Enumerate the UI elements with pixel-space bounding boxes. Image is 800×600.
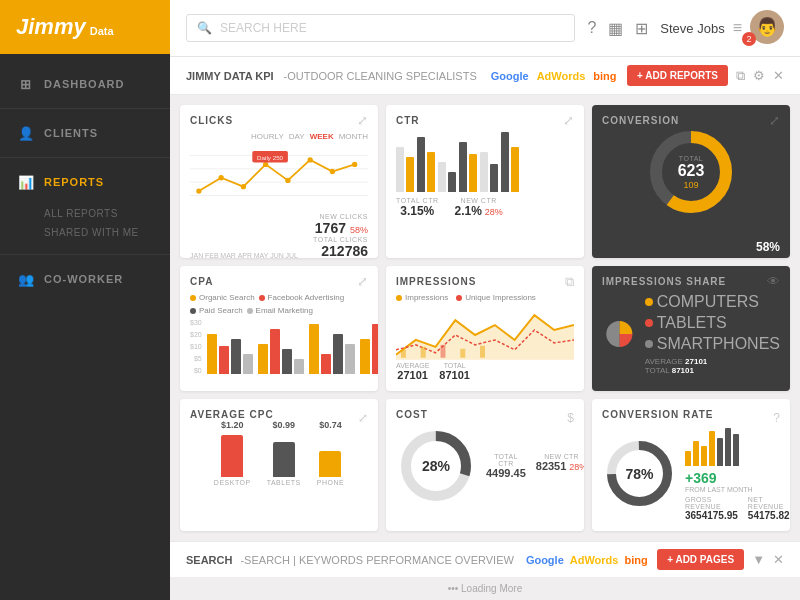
add-pages-button[interactable]: + ADD PAGES xyxy=(657,549,744,570)
sidebar: Jimmy Data ⊞ DASHBOARD 👤 CLIENTS 📊 REPOR… xyxy=(0,0,170,600)
imp-legend-1: Impressions xyxy=(396,293,448,302)
legend-dot-facebook xyxy=(259,295,265,301)
google-brand: Google xyxy=(491,70,529,82)
bottom-bar: SEARCH -SEARCH | KEYWORDS PERFORMANCE OV… xyxy=(170,541,800,577)
x-jun: JUN xyxy=(270,252,284,258)
conversion-icon[interactable]: ⤢ xyxy=(769,113,780,128)
imp-expand-icon[interactable]: ⧉ xyxy=(565,274,574,290)
legend-computers: COMPUTERS xyxy=(645,293,780,311)
close-kpi-icon[interactable]: ✕ xyxy=(773,68,784,83)
cost-new-label: NEW CTR xyxy=(536,453,584,460)
table-icon[interactable]: ▦ xyxy=(608,19,623,38)
clicks-x-labels: JAN FEB MAR APR MAY JUN JUL xyxy=(190,252,298,258)
svg-rect-20 xyxy=(460,349,465,358)
ctr-stats: TOTAL CTR 3.15% NEW CTR 2.1% 28% xyxy=(396,197,574,218)
pie-dot-tablets xyxy=(645,319,653,327)
ctr-bar-2a xyxy=(417,137,425,192)
grid-icon[interactable]: ⊞ xyxy=(635,19,648,38)
sub-item-all-reports[interactable]: ALL REPORTS xyxy=(44,204,170,223)
new-ctr-stat: NEW CTR 2.1% 28% xyxy=(454,197,502,218)
clicks-widget: CLICKS ⤢ HOURLY DAY WEEK MONTH xyxy=(180,105,378,258)
day-filter[interactable]: DAY xyxy=(289,132,305,141)
ctr-bar-1b xyxy=(406,157,414,192)
bar-fb-1 xyxy=(219,346,229,374)
conv-bar-4 xyxy=(709,431,715,466)
sidebar-item-reports[interactable]: 📊 REPORTS xyxy=(0,162,170,202)
conversion-pct: 58% xyxy=(756,240,780,254)
bottom-down-icon[interactable]: ▼ xyxy=(752,552,765,567)
conv-rate-help-icon[interactable]: ? xyxy=(773,411,780,425)
ctr-bar-5b xyxy=(490,164,498,192)
imp-dot-1 xyxy=(396,295,402,301)
cpc-phone-bar xyxy=(319,451,341,477)
bar-grp-4 xyxy=(360,324,378,374)
imp-share-legend: COMPUTERS TABLETS SMARTPHONES AVERAGE 27… xyxy=(645,293,780,375)
svg-point-8 xyxy=(285,178,290,183)
pie-label-computers: COMPUTERS xyxy=(657,293,759,311)
app-container: Jimmy Data ⊞ DASHBOARD 👤 CLIENTS 📊 REPOR… xyxy=(0,0,800,600)
legend-email: Email Marketing xyxy=(247,306,313,315)
x-jul: JUL xyxy=(286,252,298,258)
sidebar-item-dashboard[interactable]: ⊞ DASHBOARD xyxy=(0,64,170,104)
copy-icon[interactable]: ⧉ xyxy=(736,68,745,84)
new-ctr-value: 2.1% xyxy=(454,204,481,218)
imp-share-title: IMPRESSIONS SHARE xyxy=(602,276,780,287)
settings-icon[interactable]: ⚙ xyxy=(753,68,765,83)
sidebar-nav: ⊞ DASHBOARD 👤 CLIENTS 📊 REPORTS ALL REPO… xyxy=(0,54,170,299)
week-filter[interactable]: WEEK xyxy=(310,132,334,141)
conversion-donut: TOTAL 623 109 xyxy=(602,132,780,212)
conversion-rate-widget: CONVERSION RATE ? 78% xyxy=(592,399,790,531)
kpi-brands: Google AdWords bing xyxy=(491,70,617,82)
search-bar[interactable]: 🔍 SEARCH HERE xyxy=(186,14,575,42)
ctr-bar-5a xyxy=(480,152,488,192)
conv-bar-3 xyxy=(701,446,707,466)
impressions-title: IMPRESSIONS xyxy=(396,276,574,287)
gross-label: GROSS REVENUE xyxy=(685,496,738,510)
month-filter[interactable]: MONTH xyxy=(339,132,368,141)
bottom-close-icon[interactable]: ✕ xyxy=(773,552,784,567)
ctr-bar-4b xyxy=(469,154,477,192)
main-content: 🔍 SEARCH HERE ? ▦ ⊞ Steve Jobs ≡ 👨 2 JIM… xyxy=(170,0,800,600)
imp-share-eye-icon[interactable]: 👁 xyxy=(767,274,780,289)
pie-label-smartphones: SMARTPHONES xyxy=(657,335,780,353)
clicks-stats: NEW CLICKS 1767 58% TOTAL CLICKS 212786 xyxy=(298,213,368,258)
y-5: $5 xyxy=(190,355,202,362)
clients-icon: 👤 xyxy=(18,125,34,141)
svg-rect-17 xyxy=(401,350,406,358)
conv-rate-content: 78% xyxy=(602,426,780,521)
cpc-phone-label: PHONE xyxy=(317,479,344,486)
menu-icon[interactable]: ≡ xyxy=(733,19,742,37)
reports-icon: 📊 xyxy=(18,174,34,190)
ctr-bar-3a xyxy=(438,162,446,192)
cpa-expand-icon[interactable]: ⤢ xyxy=(357,274,368,289)
ctr-expand-icon[interactable]: ⤢ xyxy=(563,113,574,128)
new-clicks-label: NEW CLICKS xyxy=(298,213,368,220)
sub-item-shared[interactable]: SHARED WITH ME xyxy=(44,223,170,242)
sidebar-item-coworker[interactable]: 👥 CO-WORKER xyxy=(0,259,170,299)
bar-email-2 xyxy=(294,359,304,374)
new-ctr-pct: 28% xyxy=(485,207,503,217)
cpa-widget: CPA ⤢ Organic Search Facebook Advertisin… xyxy=(180,266,378,391)
cpc-tablets: $0.99 TABLETS xyxy=(267,420,301,486)
clicks-title: CLICKS xyxy=(190,115,368,126)
adwords-brand: AdWords xyxy=(537,70,586,82)
hourly-filter[interactable]: HOURLY xyxy=(251,132,284,141)
cost-icon[interactable]: $ xyxy=(567,411,574,425)
search-icon: 🔍 xyxy=(197,21,212,35)
add-reports-button[interactable]: + ADD REPORTS xyxy=(627,65,728,86)
conv-pct-value: 78% xyxy=(625,466,653,482)
gross-revenue: GROSS REVENUE 3654175.95 xyxy=(685,496,738,521)
help-icon[interactable]: ? xyxy=(587,19,596,37)
cpc-tablets-label: TABLETS xyxy=(267,479,301,486)
avg-cpc-share-icon[interactable]: ⤢ xyxy=(358,411,368,425)
sidebar-item-clients[interactable]: 👤 CLIENTS xyxy=(0,113,170,153)
legend-facebook: Facebook Advertising xyxy=(259,293,345,302)
imp-avg-label: AVERAGE xyxy=(396,362,429,369)
imp-dot-2 xyxy=(456,295,462,301)
conv-rate-title: CONVERSION RATE xyxy=(602,409,714,420)
legend-label-paid: Paid Search xyxy=(199,306,243,315)
time-filters: HOURLY DAY WEEK MONTH xyxy=(190,132,368,141)
cpc-phone-value: $0.74 xyxy=(319,420,342,430)
conversion-title: CONVERSION xyxy=(602,115,780,126)
clicks-expand-icon[interactable]: ⤢ xyxy=(357,113,368,128)
